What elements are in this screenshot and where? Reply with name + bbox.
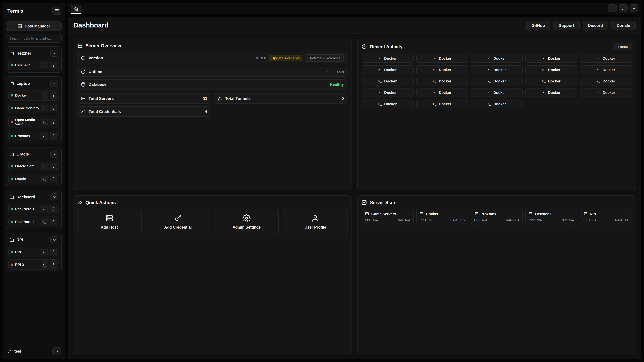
activity-item-button[interactable]: >_ Docker (362, 65, 414, 74)
activity-item-button[interactable]: >_ Docker (362, 54, 414, 63)
server-icon (105, 214, 113, 222)
page-title: Dashboard (74, 21, 108, 29)
activity-item-button[interactable]: >_ Docker (362, 88, 414, 97)
group-collapse-button[interactable] (50, 194, 58, 201)
activity-item-button[interactable]: >_ Docker (362, 77, 414, 85)
activity-item-button[interactable]: >_ Docker (416, 88, 468, 97)
version-row: Version v1.8.0 Update Available Updates … (77, 52, 348, 64)
activity-item-button[interactable]: >_ Docker (580, 77, 632, 85)
card-header: Server Overview (77, 43, 348, 48)
group-collapse-button[interactable] (50, 50, 58, 57)
host-menu-button[interactable]: ⋮ (50, 206, 57, 212)
search-input[interactable] (6, 34, 62, 42)
activity-item-button[interactable]: >_ Docker (416, 77, 468, 85)
terminal-icon: >_ (433, 68, 436, 71)
group-header[interactable]: RackNerd (8, 193, 59, 202)
activity-item-button[interactable]: >_ Docker (416, 99, 468, 108)
server-stat-tile[interactable]: Hetzner 1 CPU: N/A RAM: N/A (526, 209, 578, 225)
info-icon (81, 56, 86, 60)
header-link-button[interactable]: GitHub (526, 21, 550, 30)
reset-button[interactable]: Reset (614, 43, 632, 50)
fast-forward-icon (77, 200, 82, 205)
terminal-icon: >_ (43, 220, 46, 224)
activity-item-button[interactable]: >_ Docker (526, 65, 578, 74)
host-menu-button[interactable]: ⋮ (50, 249, 57, 255)
updates-releases-button[interactable]: Updates & Releases (305, 54, 344, 62)
uptime-value: 0d 0h 45m (326, 70, 344, 74)
user-menu-button[interactable] (52, 347, 61, 355)
server-stat-tile[interactable]: Proxmox CPU: N/A RAM: N/A (471, 209, 523, 225)
host-menu-button[interactable]: ⋮ (50, 219, 57, 225)
ram-metric: RAM: N/A (397, 219, 410, 222)
activity-item-button[interactable]: >_ Docker (362, 99, 414, 108)
terminal-icon: >_ (43, 207, 46, 211)
database-label: Database (88, 82, 106, 87)
add-host-tile[interactable]: Add Host (77, 209, 142, 234)
group-collapse-button[interactable] (50, 151, 58, 158)
group-header[interactable]: Laptop (8, 79, 59, 88)
sidebar-menu-button[interactable] (52, 7, 61, 15)
credentials-button[interactable] (619, 4, 628, 12)
activity-item-button[interactable]: >_ Docker (580, 65, 632, 74)
user-profile-tile[interactable]: User Profile (283, 209, 348, 234)
host-terminal-button[interactable]: >_ (41, 119, 48, 125)
activity-item-button[interactable]: >_ Docker (580, 88, 632, 97)
admin-settings-tile[interactable]: Admin Settings (214, 209, 279, 234)
user-icon (8, 349, 12, 354)
host-menu-button[interactable]: ⋮ (50, 62, 57, 68)
host-menu-button[interactable]: ⋮ (50, 92, 57, 98)
activity-item-button[interactable]: >_ Docker (580, 54, 632, 63)
host-terminal-button[interactable]: >_ (41, 92, 48, 98)
tabbar-collapse-button[interactable] (608, 4, 617, 12)
kebab-icon: ⋮ (52, 63, 55, 67)
host-terminal-button[interactable]: >_ (41, 62, 48, 68)
host-terminal-button[interactable]: >_ (41, 206, 48, 212)
host-terminal-button[interactable]: >_ (41, 262, 48, 268)
activity-item-button[interactable]: >_ Docker (416, 54, 468, 63)
activity-item-button[interactable]: >_ Docker (471, 99, 523, 108)
host-menu-button[interactable]: ⋮ (50, 262, 57, 268)
group-header[interactable]: Hetzner (8, 49, 59, 58)
server-stat-tile[interactable]: RPI 1 CPU: N/A RAM: N/A (580, 209, 632, 225)
activity-item-button[interactable]: >_ Docker (471, 77, 523, 85)
activity-item-label: Docker (494, 102, 506, 106)
group-header[interactable]: RPI (8, 236, 59, 245)
host-menu-button[interactable]: ⋮ (50, 133, 57, 139)
host-row: RackNerd 1 >_ ⋮ (8, 204, 59, 214)
kebab-icon: ⋮ (52, 106, 55, 110)
host-terminal-button[interactable]: >_ (41, 219, 48, 225)
host-terminal-button[interactable]: >_ (41, 133, 48, 139)
server-stat-tile[interactable]: Docker CPU: 6% RAM: 30% (416, 209, 468, 225)
activity-item-button[interactable]: >_ Docker (526, 77, 578, 85)
terminal-icon: >_ (378, 57, 382, 60)
host-terminal-button[interactable]: >_ (41, 105, 48, 111)
host-terminal-button[interactable]: >_ (41, 176, 48, 182)
host-menu-button[interactable]: ⋮ (50, 119, 57, 125)
host-terminal-button[interactable]: >_ (41, 249, 48, 255)
host-terminal-button[interactable]: >_ (41, 163, 48, 169)
activity-item-button[interactable]: >_ Docker (526, 54, 578, 63)
host-menu-button[interactable]: ⋮ (50, 163, 57, 169)
host-menu-button[interactable]: ⋮ (50, 105, 57, 111)
activity-item-button[interactable]: >_ Docker (471, 54, 523, 63)
group-host-list: RPI 1 >_ ⋮ RPI 2 >_ ⋮ (8, 247, 59, 270)
group-header[interactable]: Oracle (8, 150, 59, 159)
group-collapse-button[interactable] (50, 237, 58, 244)
server-stat-top: Hetzner 1 (529, 212, 574, 216)
host-menu-button[interactable]: ⋮ (50, 176, 57, 182)
add-credential-tile[interactable]: Add Credential (146, 209, 210, 234)
terminal-icon: >_ (433, 91, 436, 94)
tab-home[interactable] (71, 5, 81, 14)
activity-item-button[interactable]: >_ Docker (416, 65, 468, 74)
header-link-button[interactable]: Support (553, 21, 580, 30)
tabbar-expand-button[interactable] (630, 4, 638, 12)
activity-item-label: Docker (439, 102, 451, 106)
header-link-button[interactable]: Discord (582, 21, 608, 30)
group-collapse-button[interactable] (50, 80, 58, 87)
activity-item-button[interactable]: >_ Docker (526, 88, 578, 97)
activity-item-button[interactable]: >_ Docker (471, 88, 523, 97)
server-stat-tile[interactable]: Game Servers CPU: N/A RAM: N/A (362, 209, 414, 225)
header-link-button[interactable]: Donate (611, 21, 636, 30)
host-manager-button[interactable]: Host Manager (6, 21, 62, 31)
activity-item-button[interactable]: >_ Docker (471, 65, 523, 74)
